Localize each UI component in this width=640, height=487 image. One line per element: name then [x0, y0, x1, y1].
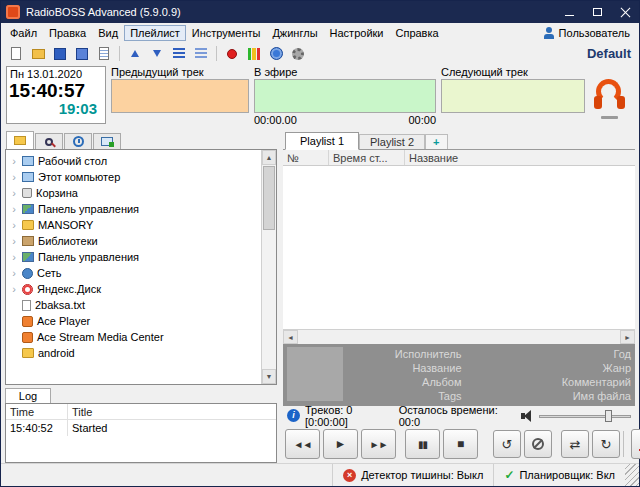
tree-item-label: Ace Stream Media Center: [37, 331, 164, 343]
log-title-header[interactable]: Title: [68, 406, 276, 418]
playlist-list-button[interactable]: [169, 44, 189, 63]
tree-item[interactable]: › Панель управления: [10, 201, 261, 217]
onair-track-box[interactable]: [254, 79, 436, 113]
log-time-header[interactable]: Time: [6, 404, 68, 419]
pause-button[interactable]: ▮▮: [405, 429, 440, 459]
new-playlist-button[interactable]: [6, 44, 26, 63]
cart-wall-button[interactable]: [244, 44, 264, 63]
menu-tools[interactable]: Инструменты: [186, 25, 267, 41]
ace-player-icon: [22, 316, 33, 327]
app-icon: [6, 5, 20, 19]
expand-chevron-icon[interactable]: ›: [10, 283, 18, 295]
playlist-tabs: Playlist 1 Playlist 2 +: [283, 131, 635, 150]
tree-item-label: Библиотеки: [38, 235, 98, 247]
report-button[interactable]: [94, 44, 114, 63]
next-track-button[interactable]: ►►: [361, 429, 396, 459]
expand-chevron-icon[interactable]: ›: [10, 251, 18, 263]
tree-item[interactable]: › Яндекс.Диск: [10, 281, 261, 297]
expand-chevron-icon[interactable]: ›: [10, 219, 18, 231]
tab-history[interactable]: [64, 133, 92, 149]
user-menu[interactable]: Пользователь: [543, 27, 636, 39]
menu-help[interactable]: Справка: [389, 25, 444, 41]
close-button[interactable]: [611, 1, 639, 23]
move-up-button[interactable]: [125, 44, 145, 63]
record-button[interactable]: [222, 44, 242, 63]
maximize-button[interactable]: [583, 1, 611, 23]
next-track-box[interactable]: [441, 79, 585, 113]
minimize-button[interactable]: [555, 1, 583, 23]
silence-detector-section[interactable]: × Детектор тишины: Выкл: [332, 464, 493, 486]
album-label: Альбом: [371, 376, 462, 388]
settings-button[interactable]: [288, 44, 308, 63]
repeat-button[interactable]: ↺: [493, 430, 521, 458]
no-repeat-button[interactable]: [524, 430, 552, 458]
tree-item[interactable]: Ace Stream Media Center: [10, 329, 261, 345]
menu-playlist[interactable]: Плейлист: [124, 25, 186, 41]
broadcast-button[interactable]: [266, 44, 286, 63]
menu-jingles[interactable]: Джинглы: [266, 25, 323, 41]
save-as-button[interactable]: [72, 44, 92, 63]
browser-scrollbar[interactable]: ▲ ▼: [261, 150, 276, 384]
menu-settings[interactable]: Настройки: [324, 25, 390, 41]
playlist-hscrollbar[interactable]: ◄ ►: [283, 329, 635, 344]
scheduler-section[interactable]: ✓ Планировщик: Вкл: [493, 464, 625, 486]
previous-track-box[interactable]: [111, 79, 249, 113]
tree-item[interactable]: › Сеть: [10, 265, 261, 281]
save-playlist-button[interactable]: [50, 44, 70, 63]
tree-item[interactable]: › Библиотеки: [10, 233, 261, 249]
tree-item[interactable]: › Рабочий стол: [10, 153, 261, 169]
menu-view[interactable]: Вид: [92, 25, 124, 41]
tab-file-explorer[interactable]: [6, 131, 34, 149]
mic-button[interactable]: MIC: [631, 429, 640, 459]
previous-track-button[interactable]: ◄◄: [285, 429, 320, 459]
tree-item[interactable]: Ace Player: [10, 313, 261, 329]
tab-monitor[interactable]: [93, 133, 121, 149]
column-title[interactable]: Название: [405, 150, 635, 165]
expand-chevron-icon[interactable]: ›: [10, 235, 18, 247]
red-cross-icon: ×: [343, 469, 356, 482]
shuffle-button[interactable]: ⇄: [561, 430, 589, 458]
menu-bar: Файл Правка Вид Плейлист Инструменты Джи…: [1, 23, 639, 42]
scroll-left-button[interactable]: ◄: [283, 330, 298, 344]
expand-chevron-icon[interactable]: ›: [10, 155, 18, 167]
scroll-down-button[interactable]: ▼: [262, 369, 276, 384]
column-start-time[interactable]: Время ст...: [329, 150, 405, 165]
new-icon: [11, 47, 21, 60]
move-down-button[interactable]: [147, 44, 167, 63]
tree-item[interactable]: › Панель управления: [10, 249, 261, 265]
speaker-icon[interactable]: [521, 410, 534, 422]
scrollbar-thumb[interactable]: [263, 166, 275, 230]
expand-chevron-icon[interactable]: ›: [10, 203, 18, 215]
menu-edit[interactable]: Правка: [43, 25, 92, 41]
add-playlist-tab[interactable]: +: [425, 134, 447, 149]
expand-chevron-icon[interactable]: ›: [10, 267, 18, 279]
log-row[interactable]: 15:40:52 Started: [6, 420, 276, 436]
tree-item[interactable]: › MANSORY: [10, 217, 261, 233]
tree-item[interactable]: › Этот компьютер: [10, 169, 261, 185]
log-tab[interactable]: Log: [5, 388, 51, 403]
expand-chevron-icon[interactable]: ›: [10, 171, 18, 183]
resize-grip[interactable]: [625, 464, 639, 486]
tab-playlist-2[interactable]: Playlist 2: [359, 134, 425, 149]
silence-detector-status: Детектор тишины: Выкл: [361, 469, 483, 481]
scroll-up-button[interactable]: ▲: [262, 150, 276, 165]
onair-times: 00:00.00 00:00: [254, 113, 436, 126]
column-number[interactable]: №: [283, 150, 329, 165]
headphones-icon[interactable]: [592, 76, 626, 120]
stop-button[interactable]: ■: [443, 429, 478, 459]
tree-item[interactable]: 2baksa.txt: [10, 297, 261, 313]
menu-file[interactable]: Файл: [4, 25, 43, 41]
open-playlist-button[interactable]: [28, 44, 48, 63]
queue-list-button[interactable]: [191, 44, 211, 63]
tree-item[interactable]: android: [10, 345, 261, 361]
playlist-area[interactable]: [283, 166, 635, 329]
tree-item[interactable]: › Корзина: [10, 185, 261, 201]
play-button[interactable]: ►: [323, 429, 358, 459]
loop-button[interactable]: ↻: [592, 430, 620, 458]
tab-search[interactable]: [35, 133, 63, 149]
volume-slider[interactable]: [539, 409, 631, 423]
scroll-right-button[interactable]: ►: [620, 330, 635, 344]
tab-playlist-1[interactable]: Playlist 1: [285, 132, 359, 150]
volume-thumb[interactable]: [605, 410, 612, 422]
expand-chevron-icon[interactable]: ›: [10, 187, 18, 199]
